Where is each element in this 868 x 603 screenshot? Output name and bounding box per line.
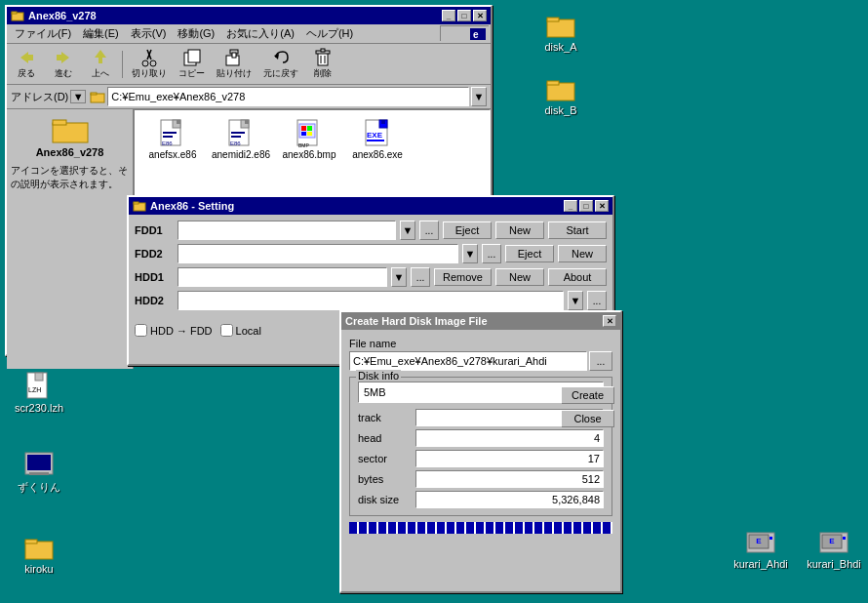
menu-view[interactable]: 表示(V) (125, 25, 173, 42)
toolbar-forward-btn[interactable]: 進む (46, 46, 81, 82)
hdd1-remove-btn[interactable]: Remove (434, 268, 492, 286)
hdd-fdd-checkbox-item[interactable]: HDD → FDD (135, 324, 213, 337)
svg-text:E86: E86 (162, 141, 173, 146)
local-label: Local (236, 325, 261, 337)
setting-maximize-btn[interactable]: □ (579, 200, 593, 212)
desktop-icon-disk-A[interactable]: disk_A (527, 10, 595, 53)
explorer-close-btn[interactable]: ✕ (473, 10, 487, 21)
svg-rect-30 (99, 58, 102, 63)
toolbar-sep-1 (122, 51, 123, 78)
hdd2-input[interactable] (178, 291, 564, 310)
create-dialog-titlebar[interactable]: Create Hard Disk Image File ✕ (341, 312, 620, 330)
toolbar-back-btn[interactable]: 戻る (9, 46, 44, 82)
fdd1-eject-btn[interactable]: Eject (443, 221, 492, 239)
local-checkbox[interactable] (220, 324, 233, 337)
explorer-minimize-btn[interactable]: _ (442, 10, 455, 21)
create-dialog-close-btn[interactable]: ✕ (603, 315, 616, 327)
address-input[interactable] (107, 87, 469, 106)
desktop-icon-zukurin[interactable]: ずくりん (5, 449, 73, 495)
hdd1-browse-btn[interactable]: ... (411, 267, 430, 287)
explorer-titlebar[interactable]: Anex86_v278 _ □ ✕ (7, 7, 491, 24)
close-btn[interactable]: Close (561, 410, 614, 427)
head-value[interactable] (415, 429, 604, 447)
toolbar-delete-btn[interactable]: 削除 (305, 46, 340, 82)
hdd2-dropdown[interactable]: ▼ (568, 291, 583, 310)
local-checkbox-item[interactable]: Local (220, 324, 261, 337)
file-name-input[interactable] (349, 351, 587, 371)
bytes-value[interactable] (415, 470, 604, 488)
desktop-icon-kurari-A[interactable]: E kurari_Ahdi (727, 527, 795, 570)
sector-value[interactable] (415, 450, 604, 467)
fdd2-input[interactable] (178, 244, 458, 263)
desktop-icon-kiroku[interactable]: kiroku (5, 532, 73, 575)
forward-icon (54, 48, 73, 67)
fdd2-label: FDD2 (135, 248, 174, 260)
file-name-input-row: ... (349, 351, 612, 371)
fdd2-browse-btn[interactable]: ... (482, 244, 501, 263)
fdd2-eject-btn[interactable]: Eject (505, 245, 554, 262)
fdd2-row: FDD2 ▼ ... Eject New (135, 244, 607, 263)
svg-rect-11 (25, 540, 37, 543)
folder-kiroku-icon (23, 532, 55, 563)
hdd1-dropdown[interactable]: ▼ (391, 267, 407, 287)
start-btn[interactable]: Start (548, 221, 607, 239)
file-name-anefsx: anefsx.e86 (149, 149, 197, 160)
setting-minimize-btn[interactable]: _ (564, 200, 577, 212)
desktop-icon-scr230[interactable]: LZH scr230.lzh (5, 371, 73, 414)
svg-rect-53 (163, 136, 173, 138)
file-item-bmp[interactable]: BMP anex86.bmp (275, 114, 343, 164)
desktop-icon-disk-B[interactable]: disk_B (527, 73, 595, 116)
fdd2-new-btn[interactable]: New (558, 245, 607, 262)
hdd2-label: HDD2 (135, 295, 174, 306)
fdd1-new-btn[interactable]: New (495, 221, 544, 239)
menu-favorites[interactable]: お気に入り(A) (220, 25, 300, 42)
hdd1-new-btn[interactable]: New (495, 268, 544, 286)
hdd-fdd-checkbox[interactable] (135, 324, 147, 337)
svg-rect-65 (307, 126, 312, 131)
svg-rect-26 (28, 55, 33, 60)
disk-size-value[interactable] (415, 491, 604, 508)
head-label: head (358, 432, 412, 444)
setting-titlebar-buttons: _ □ ✕ (564, 200, 609, 212)
head-row: head (358, 429, 604, 447)
explorer-menu-bar: ファイル(F) 編集(E) 表示(V) 移動(G) お気に入り(A) ヘルプ(H… (7, 24, 491, 44)
toolbar-paste-btn[interactable]: 貼り付け (212, 46, 256, 82)
menu-help[interactable]: ヘルプ(H) (300, 25, 359, 42)
bmp-icon: BMP (294, 118, 325, 149)
toolbar-undo-btn[interactable]: 元に戻す (258, 46, 303, 82)
sector-row: sector (358, 450, 604, 467)
file-browse-btn[interactable]: ... (589, 351, 612, 371)
fdd1-input[interactable] (178, 221, 396, 240)
create-dialog: Create Hard Disk Image File ✕ File name … (339, 310, 622, 593)
fdd1-browse-btn[interactable]: ... (419, 221, 439, 240)
toolbar-up-btn[interactable]: 上へ (83, 46, 118, 82)
svg-rect-52 (163, 132, 177, 134)
menu-go[interactable]: 移動(G) (172, 25, 220, 42)
setting-title: Anex86 - Setting (150, 200, 234, 212)
fdd1-dropdown[interactable]: ▼ (400, 221, 415, 240)
file-item-anemidi[interactable]: E86 anemidi2.e86 (207, 114, 275, 164)
file-item-anefsx[interactable]: E86 anefsx.e86 (138, 114, 207, 164)
toolbar-copy-btn[interactable]: コピー (174, 46, 210, 82)
svg-rect-71 (381, 120, 385, 124)
svg-rect-3 (547, 81, 559, 85)
hdd1-input[interactable] (178, 267, 387, 287)
track-label: track (358, 412, 412, 423)
svg-point-34 (150, 60, 156, 66)
address-dropdown-btn[interactable]: ▼ (70, 90, 86, 103)
setting-titlebar[interactable]: Anex86 - Setting _ □ ✕ (129, 197, 612, 215)
file-item-exe[interactable]: EXE anex86.exe (343, 114, 412, 164)
desktop-icon-kurari-B[interactable]: E kurari_Bhdi (800, 527, 868, 570)
hdd2-browse-btn[interactable]: ... (587, 291, 607, 310)
svg-rect-49 (53, 120, 66, 125)
menu-file[interactable]: ファイル(F) (9, 25, 77, 42)
fdd2-dropdown[interactable]: ▼ (462, 244, 478, 263)
address-dropdown-arrow[interactable]: ▼ (471, 87, 487, 106)
svg-rect-10 (25, 542, 53, 559)
toolbar-cut-btn[interactable]: 切り取り (127, 46, 172, 82)
about-btn[interactable]: About (548, 268, 607, 286)
create-btn[interactable]: Create (561, 386, 614, 404)
menu-edit[interactable]: 編集(E) (77, 25, 125, 42)
setting-close-btn[interactable]: ✕ (595, 200, 609, 212)
explorer-maximize-btn[interactable]: □ (457, 10, 471, 21)
